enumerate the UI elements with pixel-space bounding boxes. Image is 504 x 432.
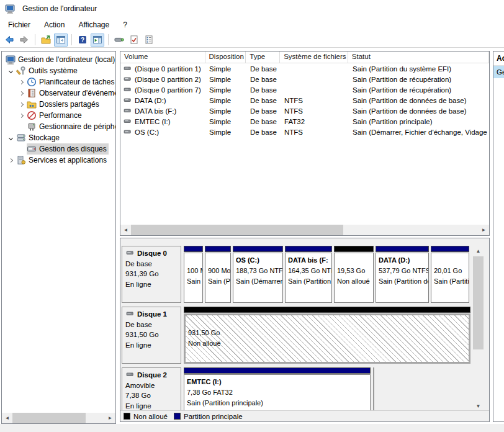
volume-row-data-d[interactable]: DATA (D:)SimpleDe baseNTFSSain (Partitio… xyxy=(120,95,489,106)
sidebar-item-observateur-d-evenements[interactable]: Observateur d'événements xyxy=(2,88,115,99)
legend-label: Partition principale xyxy=(184,413,243,420)
sidebar-item-label: Services et applications xyxy=(29,156,107,164)
scrollbar-thumb[interactable] xyxy=(131,225,343,235)
sidebar-item-outils-systeme[interactable]: Outils système xyxy=(2,65,115,76)
device-icon[interactable] xyxy=(112,34,126,47)
partition-body: 900 MoSain (Partition de récupération) xyxy=(205,253,231,303)
show-tree-icon[interactable] xyxy=(54,34,68,47)
partition-os-c[interactable]: OS (C:)188,73 Go NTFSSain (Démarrer, Fic… xyxy=(233,246,283,303)
scroll-left-icon[interactable]: ◄ xyxy=(2,413,12,423)
chevron-right-icon[interactable] xyxy=(16,92,27,95)
volume-fs: NTFS xyxy=(281,97,349,104)
help-icon[interactable]: ? xyxy=(76,34,89,47)
primary-color-bar xyxy=(184,367,371,374)
computer-icon xyxy=(6,55,16,65)
chevron-right-icon[interactable] xyxy=(16,103,27,106)
menu-bar: FichierActionAffichage? xyxy=(0,17,504,32)
menu-affichage[interactable]: Affichage xyxy=(71,18,116,32)
actions-panel-item-disk-management[interactable]: Gestion des disques xyxy=(493,66,504,78)
volume-row-os-c[interactable]: OS (C:)SimpleDe baseNTFSSain (Démarrer, … xyxy=(120,127,489,137)
volume-icon xyxy=(123,65,132,73)
chevron-right-icon[interactable] xyxy=(6,159,16,162)
menu-[interactable]: ? xyxy=(116,18,134,32)
legend-swatch xyxy=(174,413,181,420)
sidebar-item-dossiers-partages[interactable]: Dossiers partagés xyxy=(2,99,115,110)
menu-action[interactable]: Action xyxy=(37,18,71,32)
volume-horizontal-scrollbar[interactable]: ◄ ► xyxy=(120,225,489,235)
action-pane-icon[interactable] xyxy=(91,34,104,47)
scrollbar-thumb[interactable] xyxy=(473,256,484,349)
chevron-down-icon[interactable] xyxy=(6,70,16,73)
primary-color-bar xyxy=(376,246,429,252)
volume-type: De base xyxy=(246,118,281,125)
disk-label-disque-0[interactable]: Disque 0De base931,39 GoEn ligne xyxy=(122,246,181,303)
partition-931-50-go[interactable]: 931,50 GoNon alloué xyxy=(184,307,470,364)
column-header-systeme-de-fichiers[interactable]: Système de fichiers xyxy=(280,52,348,63)
sidebar-item-gestion-de-l-ordinateur-local[interactable]: Gestion de l'ordinateur (local) xyxy=(2,54,115,65)
volume-row-emtec-i[interactable]: EMTEC (I:)SimpleDe baseFAT32Sain (Partit… xyxy=(120,116,489,127)
sidebar-item-performance[interactable]: Performance xyxy=(2,110,115,121)
properties-icon[interactable] xyxy=(142,34,156,47)
unallocated-color-bar xyxy=(184,307,470,313)
partition-line: Sain (Partition de données xyxy=(379,276,426,287)
volume-row-disque-0-partition-1[interactable]: (Disque 0 partition 1)SimpleDe baseSain … xyxy=(120,63,489,74)
chevron-right-icon[interactable] xyxy=(16,114,27,117)
volume-statut: Sain (Partition de récupération) xyxy=(349,86,490,94)
primary-color-bar xyxy=(205,246,231,252)
toolbar-separator xyxy=(108,34,109,45)
check-icon[interactable] xyxy=(127,34,141,47)
scroll-right-icon[interactable]: ► xyxy=(479,225,489,235)
volume-row-disque-0-partition-2[interactable]: (Disque 0 partition 2)SimpleDe baseSain … xyxy=(120,74,489,84)
scroll-up-icon[interactable]: ▲ xyxy=(473,246,484,256)
sidebar-item-stockage[interactable]: Stockage xyxy=(2,132,115,143)
tree-horizontal-scrollbar[interactable]: ◄ ► xyxy=(2,413,115,423)
volume-disposition: Simple xyxy=(205,97,246,104)
volume-icon xyxy=(123,128,132,136)
column-header-volume[interactable]: Volume xyxy=(120,52,205,63)
volume-list-pane: VolumeDispositionTypeSystème de fichiers… xyxy=(120,51,490,236)
partition-20-01-go[interactable]: 20,01 GoSain (Partition de récup xyxy=(431,246,469,303)
column-header-statut[interactable]: Statut xyxy=(348,52,489,63)
partition-body: DATA (D:)537,79 Go NTFSSain (Partition d… xyxy=(376,253,429,303)
disk-label-disque-1[interactable]: Disque 1De base931,50 GoEn ligne xyxy=(122,307,181,364)
forward-icon[interactable] xyxy=(17,34,31,47)
clock-icon xyxy=(27,77,37,87)
back-icon[interactable] xyxy=(2,34,16,47)
scrollbar-thumb[interactable] xyxy=(12,413,86,423)
sidebar-item-gestion-des-disques[interactable]: Gestion des disques xyxy=(2,143,115,155)
volume-row-disque-0-partition-7[interactable]: (Disque 0 partition 7)SimpleDe baseSain … xyxy=(120,84,489,95)
scroll-right-icon[interactable]: ► xyxy=(105,413,115,423)
partition-line: 7,38 Go FAT32 xyxy=(187,387,367,398)
menu-fichier[interactable]: Fichier xyxy=(1,18,37,32)
partition-line: Sain (Partition principale) xyxy=(187,398,367,408)
scroll-left-icon[interactable]: ◄ xyxy=(120,225,131,235)
sidebar-item-gestionnaire-de-peripheriques[interactable]: Gestionnaire de périphériques xyxy=(2,121,115,132)
chevron-down-icon[interactable] xyxy=(6,137,16,140)
partition-900-mo[interactable]: 900 MoSain (Partition de récupération) xyxy=(205,246,231,303)
volume-list-header: VolumeDispositionTypeSystème de fichiers… xyxy=(120,52,489,63)
volume-fs: FAT32 xyxy=(281,118,349,125)
partition-title xyxy=(187,255,200,266)
sidebar-item-label: Gestionnaire de périphériques xyxy=(39,122,116,131)
partition-19-53-go[interactable]: 19,53 GoNon alloué xyxy=(334,246,374,303)
export-icon[interactable] xyxy=(39,34,53,47)
partition-data-d[interactable]: DATA (D:)537,79 Go NTFSSain (Partition d… xyxy=(376,246,429,303)
column-header-type[interactable]: Type xyxy=(246,52,280,63)
volume-disposition: Simple xyxy=(205,86,246,94)
primary-color-bar xyxy=(431,246,469,252)
partition-data-bis-f[interactable]: DATA bis (F:164,35 Go NTFSSain (Partitio… xyxy=(285,246,332,303)
sidebar-item-services-et-applications[interactable]: Services et applications xyxy=(2,155,115,166)
partition-line: Sain (Partition de données xyxy=(288,276,329,287)
partition-100-mo[interactable]: 100 MoSain (Partition du système EFI) xyxy=(184,246,203,303)
volume-name: (Disque 0 partition 7) xyxy=(135,86,201,94)
volume-row-data-bis-f[interactable]: DATA bis (F:)SimpleDe baseNTFSSain (Part… xyxy=(120,106,489,116)
disk-row-disque-0: Disque 0De base931,39 GoEn ligne 100 MoS… xyxy=(122,246,489,303)
disk-vertical-scrollbar[interactable]: ▲ ▼ xyxy=(473,246,484,412)
sidebar-item-planificateur-de-taches[interactable]: Planificateur de tâches xyxy=(2,76,115,88)
chevron-right-icon[interactable] xyxy=(16,81,27,84)
column-header-disposition[interactable]: Disposition xyxy=(205,52,246,63)
partition-body: OS (C:)188,73 Go NTFSSain (Démarrer, Fic… xyxy=(233,253,283,303)
partition-line: 100 Mo xyxy=(187,266,200,276)
disk-kind: Amovible xyxy=(125,380,178,391)
unallocated-color-bar xyxy=(334,246,374,252)
